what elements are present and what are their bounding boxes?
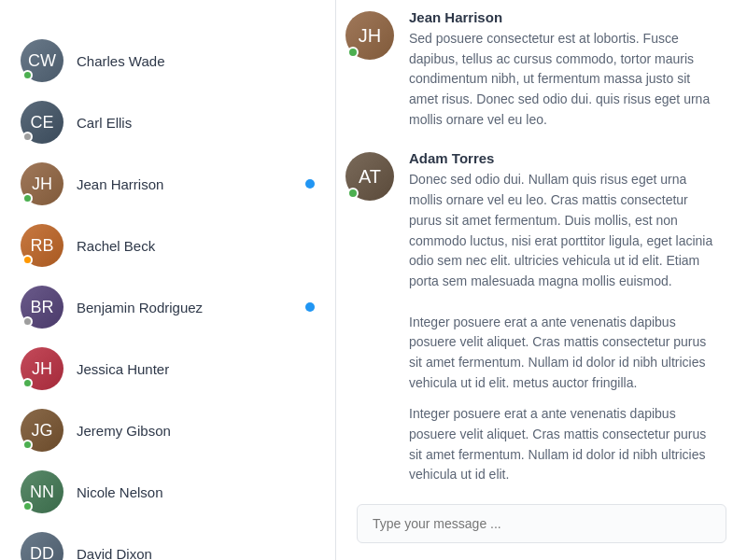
contact-name: Jean Harrison (77, 176, 298, 192)
contact-name: Rachel Beck (77, 238, 315, 254)
contact-name: Nicole Nelson (77, 484, 315, 500)
msg-content: Adam Torres Donec sed odio dui. Nullam q… (409, 150, 721, 291)
avatar-wrap: NN (21, 470, 63, 513)
msg-text: Sed posuere consectetur est at lobortis.… (409, 29, 721, 130)
sidebar: CW Charles Wade CE Carl Ellis JH Jean Ha… (0, 0, 336, 560)
chat-area: JH Jean Harrison Sed posuere consectetur… (336, 0, 747, 560)
avatar-wrap: JG (21, 409, 63, 452)
status-dot (22, 316, 33, 327)
avatar: DD (21, 532, 63, 560)
unread-indicator (305, 302, 315, 312)
status-dot (22, 132, 33, 142)
message-plain-msg-plain-2: Integer posuere erat a ante venenatis da… (345, 404, 721, 485)
status-dot (22, 193, 33, 203)
msg-status-dot (347, 188, 359, 199)
contact-name: Jessica Hunter (77, 361, 315, 377)
avatar-wrap: CE (21, 101, 63, 144)
contact-item-jean-harrison[interactable]: JH Jean Harrison (0, 153, 335, 215)
status-dot (22, 501, 33, 511)
status-dot (22, 70, 33, 80)
contact-item-david-dixon[interactable]: DD David Dixon (0, 523, 335, 560)
avatar-wrap: JH (21, 162, 63, 205)
unread-indicator (305, 179, 315, 189)
contact-name: David Dixon (77, 546, 315, 561)
msg-text: Donec sed odio dui. Nullam quis risus eg… (409, 170, 721, 291)
contact-name: Benjamin Rodriguez (77, 300, 298, 315)
contact-name: Carl Ellis (77, 115, 315, 131)
contact-item-rachel-beck[interactable]: RB Rachel Beck (0, 215, 335, 276)
msg-content: Jean Harrison Sed posuere consectetur es… (409, 9, 721, 130)
message-plain-msg-plain-1: Integer posuere erat a ante venenatis da… (345, 313, 721, 394)
status-dot (22, 440, 33, 450)
msg-avatar-wrap: JH (345, 11, 394, 60)
contact-item-carl-ellis[interactable]: CE Carl Ellis (0, 91, 335, 153)
compose-input[interactable] (357, 504, 726, 543)
msg-status-dot (347, 47, 359, 58)
message-compose (336, 491, 747, 560)
status-dot (22, 378, 33, 388)
avatar-wrap: DD (21, 532, 63, 560)
sidebar-header (0, 0, 335, 30)
contact-item-jessica-hunter[interactable]: JH Jessica Hunter (0, 338, 335, 399)
contact-name: Jeremy Gibson (77, 423, 315, 439)
msg-sender: Adam Torres (409, 150, 721, 166)
msg-sender: Jean Harrison (409, 9, 721, 25)
avatar-wrap: JH (21, 347, 63, 390)
contact-item-nicole-nelson[interactable]: NN Nicole Nelson (0, 461, 335, 523)
message-item-msg-jean-1: JH Jean Harrison Sed posuere consectetur… (345, 9, 721, 130)
messages-list: JH Jean Harrison Sed posuere consectetur… (336, 0, 747, 491)
contact-item-charles-wade[interactable]: CW Charles Wade (0, 30, 335, 91)
contact-list: CW Charles Wade CE Carl Ellis JH Jean Ha… (0, 30, 335, 560)
status-dot (22, 255, 33, 265)
message-item-msg-adam-1: AT Adam Torres Donec sed odio dui. Nulla… (345, 150, 721, 291)
contact-item-benjamin-rodriguez[interactable]: BR Benjamin Rodriguez (0, 276, 335, 338)
contact-name: Charles Wade (77, 53, 315, 69)
avatar-wrap: RB (21, 224, 63, 267)
contact-item-jeremy-gibson[interactable]: JG Jeremy Gibson (0, 399, 335, 461)
msg-avatar-wrap: AT (345, 152, 394, 201)
avatar-wrap: CW (21, 39, 63, 82)
avatar-wrap: BR (21, 286, 63, 329)
